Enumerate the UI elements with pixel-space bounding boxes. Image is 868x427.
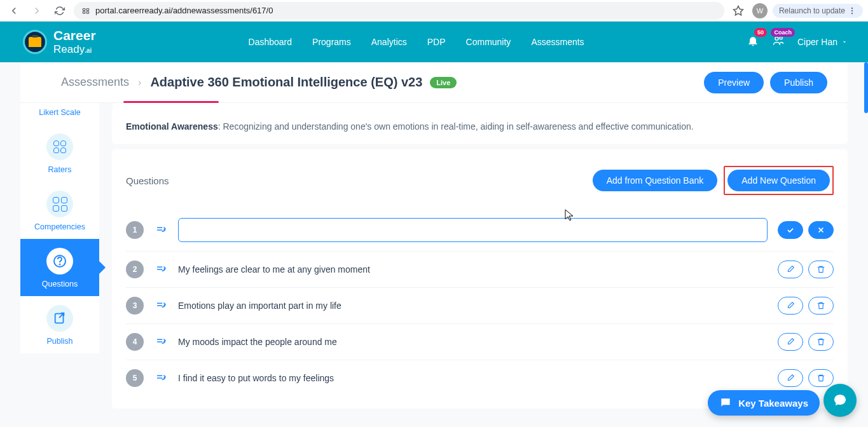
logo-text: Career Ready.ai xyxy=(53,29,96,55)
rail-raters[interactable]: Raters xyxy=(20,125,99,182)
delete-button[interactable] xyxy=(808,333,834,351)
key-takeaways-button[interactable]: Key Takeaways xyxy=(708,390,820,416)
question-row: 1 xyxy=(126,209,834,252)
svg-marker-4 xyxy=(733,6,743,15)
side-rail: Likert Scale Raters Competencies Questio… xyxy=(20,103,99,409)
page-title: Adaptive 360 Emotional Intelligence (EQ)… xyxy=(150,75,422,90)
reorder-icon[interactable] xyxy=(154,336,168,348)
reorder-icon[interactable] xyxy=(154,372,168,384)
question-number: 3 xyxy=(126,297,144,315)
logo-icon xyxy=(23,30,47,54)
question-input[interactable] xyxy=(178,218,768,242)
confirm-button[interactable] xyxy=(778,221,803,239)
rail-publish[interactable]: Publish xyxy=(20,296,99,353)
app-header: Career Ready.ai Dashboard Programs Analy… xyxy=(0,22,868,62)
question-number: 4 xyxy=(126,333,144,351)
chat-fab[interactable] xyxy=(823,384,857,417)
chat-bubble-icon xyxy=(719,396,732,409)
browser-toolbar: portal.careerready.ai/addnewassessments/… xyxy=(0,0,868,22)
question-text: My moods impact the people around me xyxy=(178,337,768,347)
reorder-icon[interactable] xyxy=(154,224,168,236)
delete-button[interactable] xyxy=(808,261,834,278)
network-icon[interactable]: Coach xyxy=(772,34,785,50)
question-text: Emotions play an important part in my li… xyxy=(178,301,768,311)
nav-assessments[interactable]: Assessments xyxy=(531,37,584,47)
speech-icon xyxy=(832,393,848,408)
rail-likert[interactable]: Likert Scale xyxy=(20,103,99,125)
nav-analytics[interactable]: Analytics xyxy=(371,37,407,47)
question-row: 3Emotions play an important part in my l… xyxy=(126,288,834,324)
breadcrumb: Assessments › Adaptive 360 Emotional Int… xyxy=(20,62,848,103)
questions-panel: Questions Add from Question Bank Add New… xyxy=(112,149,848,409)
svg-rect-3 xyxy=(86,11,89,13)
questions-icon xyxy=(46,248,73,274)
svg-rect-0 xyxy=(83,8,85,10)
status-badge: Live xyxy=(430,77,457,88)
svg-point-6 xyxy=(851,10,853,11)
publish-icon xyxy=(46,305,73,332)
add-from-bank-button[interactable]: Add from Question Bank xyxy=(593,170,718,191)
raters-icon xyxy=(46,133,73,160)
question-row: 4My moods impact the people around me xyxy=(126,324,834,360)
url-text: portal.careerready.ai/addnewassessments/… xyxy=(95,6,273,15)
svg-point-11 xyxy=(60,264,60,265)
svg-point-9 xyxy=(780,37,782,39)
reorder-icon[interactable] xyxy=(154,264,168,275)
breadcrumb-root[interactable]: Assessments xyxy=(61,76,129,89)
network-badge: Coach xyxy=(771,28,795,37)
svg-point-8 xyxy=(775,37,778,40)
edit-button[interactable] xyxy=(778,297,803,315)
forward-icon[interactable] xyxy=(28,2,46,20)
nav-dashboard[interactable]: Dashboard xyxy=(249,37,293,47)
content-panel: Emotional Awareness: Recognizing and und… xyxy=(99,103,848,409)
main-nav: Dashboard Programs Analytics PDP Communi… xyxy=(249,37,584,47)
tutorial-highlight: Add New Question xyxy=(724,166,834,195)
bookmark-star-icon[interactable] xyxy=(729,2,747,20)
question-number: 1 xyxy=(126,221,144,239)
notifications-bell[interactable]: 50 xyxy=(747,34,759,50)
competencies-icon xyxy=(46,191,73,217)
svg-point-5 xyxy=(851,7,853,8)
notif-badge: 50 xyxy=(754,28,767,37)
rail-questions[interactable]: Questions xyxy=(20,239,99,296)
reload-icon[interactable] xyxy=(51,2,69,20)
preview-button[interactable]: Preview xyxy=(704,72,764,93)
question-number: 2 xyxy=(126,261,144,278)
questions-title: Questions xyxy=(126,175,169,186)
edit-button[interactable] xyxy=(778,333,803,351)
chevron-down-icon xyxy=(841,39,848,45)
add-new-question-button[interactable]: Add New Question xyxy=(727,170,830,191)
question-number: 5 xyxy=(126,369,144,387)
cancel-button[interactable] xyxy=(808,221,834,239)
svg-rect-2 xyxy=(83,11,85,13)
site-settings-icon xyxy=(81,6,90,15)
reorder-icon[interactable] xyxy=(154,300,168,311)
profile-avatar[interactable]: W xyxy=(752,3,768,18)
back-icon[interactable] xyxy=(5,2,23,20)
rail-competencies[interactable]: Competencies xyxy=(20,182,99,239)
edit-button[interactable] xyxy=(778,261,803,278)
svg-rect-1 xyxy=(86,8,89,10)
chevron-right-icon: › xyxy=(138,77,141,88)
scrollbar-indicator[interactable] xyxy=(864,62,868,113)
nav-programs[interactable]: Programs xyxy=(312,37,351,47)
delete-button[interactable] xyxy=(808,369,834,387)
nav-pdp[interactable]: PDP xyxy=(427,37,446,47)
user-menu[interactable]: Ciper Han xyxy=(797,37,848,47)
question-text: My feelings are clear to me at any given… xyxy=(178,264,768,274)
publish-button[interactable]: Publish xyxy=(770,72,827,93)
question-row: 2My feelings are clear to me at any give… xyxy=(126,252,834,288)
svg-point-7 xyxy=(851,12,853,13)
delete-button[interactable] xyxy=(808,297,834,315)
question-text: I find it easy to put words to my feelin… xyxy=(178,373,768,383)
relaunch-button[interactable]: Relaunch to update xyxy=(773,4,863,18)
competency-description: Emotional Awareness: Recognizing and und… xyxy=(112,107,848,144)
address-bar[interactable]: portal.careerready.ai/addnewassessments/… xyxy=(74,2,724,20)
edit-button[interactable] xyxy=(778,369,803,387)
nav-community[interactable]: Community xyxy=(466,37,511,47)
logo[interactable]: Career Ready.ai xyxy=(23,29,96,55)
